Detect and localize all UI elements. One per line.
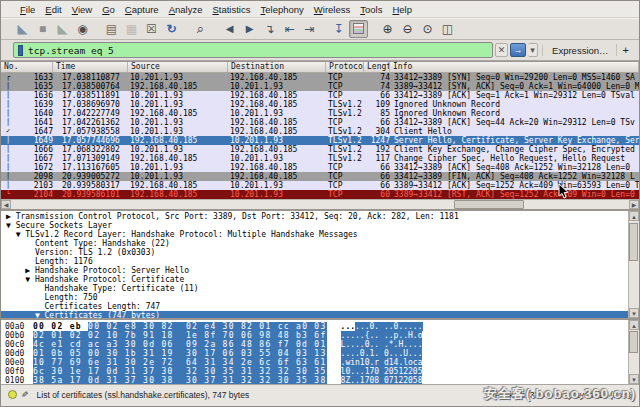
hex-offset: 0100: [1, 376, 27, 384]
menu-item[interactable]: File: [15, 3, 40, 16]
open-file-icon[interactable]: ▤: [102, 20, 121, 38]
menu-item[interactable]: Edit: [40, 3, 66, 16]
tree-line[interactable]: ▶ Transmission Control Protocol, Src Por…: [1, 212, 628, 221]
find-packet-icon[interactable]: ⌕: [191, 20, 210, 38]
close-file-icon[interactable]: ☒: [142, 20, 161, 38]
hscroll-left-arrow-icon[interactable]: ◀: [1, 200, 11, 209]
hex-row[interactable]: 00b0 02 01 02 02 10 7b 91 18 1e 8f 70 06…: [1, 331, 628, 340]
packet-row[interactable]: ✓ 1647 17.057938558 10.201.1.93 192.168.…: [1, 127, 639, 136]
hex-row[interactable]: 00e0 10 77 69 6e 31 30 2e 72 64 31 34 2e…: [1, 358, 628, 367]
go-first-packet-icon[interactable]: ⇤: [280, 20, 299, 38]
packet-list-hscrollbar[interactable]: ◀ ▶: [1, 199, 639, 209]
hex-vscrollbar[interactable]: ▲ ▼: [628, 320, 639, 384]
go-back-icon[interactable]: ◀: [220, 20, 239, 38]
restart-capture-icon[interactable]: ◣: [53, 20, 72, 38]
expression-button[interactable]: Expression…: [542, 45, 616, 56]
tree-line[interactable]: ▼ Certificates (747 bytes): [1, 311, 628, 318]
stop-capture-icon[interactable]: ■: [33, 20, 52, 38]
hex-scroll-track[interactable]: [629, 330, 639, 374]
hex-row[interactable]: 00d0 01 0b 05 00 30 1b 31 19 30 17 06 03…: [1, 349, 628, 358]
menu-item[interactable]: Go: [97, 3, 120, 16]
hex-row[interactable]: 00f0 6c 30 1e 17 0d 31 37 30 32 30 35 31…: [1, 367, 628, 376]
col-source[interactable]: Source: [128, 62, 228, 72]
packet-row[interactable]: └ 2104 20.939586101 192.168.40.185 10.20…: [1, 190, 639, 199]
cell-protocol: TCP: [326, 172, 364, 181]
tree-line[interactable]: Handshake Type: Certificate (11): [1, 284, 628, 293]
packet-row[interactable]: │ 2103 20.939580317 192.168.40.185 10.20…: [1, 181, 639, 190]
start-capture-icon[interactable]: ◣: [13, 20, 32, 38]
zoom-out-icon[interactable]: ⊖: [398, 20, 417, 38]
packet-row[interactable]: │ 1666 17.068322802 10.201.1.93 192.168.…: [1, 145, 639, 154]
hscroll-thumb[interactable]: [454, 200, 524, 209]
tree-line[interactable]: Content Type: Handshake (22): [1, 239, 628, 248]
auto-scroll-icon[interactable]: ↧: [329, 20, 348, 38]
col-info[interactable]: Info: [390, 62, 639, 72]
hex-row[interactable]: 00a0 00 02 eb 00 02 e8 30 82 02 e4 30 82…: [1, 322, 628, 331]
zoom-original-icon[interactable]: ⊙: [418, 20, 437, 38]
stream-bracket: │: [1, 109, 15, 118]
col-time[interactable]: Time: [53, 62, 128, 72]
zoom-in-icon[interactable]: ⊕: [378, 20, 397, 38]
detail-scroll-track[interactable]: [629, 221, 639, 308]
packet-row[interactable]: ┌ 1633 17.038110877 10.201.1.93 192.168.…: [1, 73, 639, 82]
filter-bookmark-icon[interactable]: [18, 45, 23, 56]
tree-line[interactable]: Length: 1176: [1, 257, 628, 266]
menu-item[interactable]: View: [67, 3, 97, 16]
tree-line[interactable]: ▼ Secure Sockets Layer: [1, 221, 628, 230]
display-filter-input[interactable]: tcp.stream eq 5: [13, 42, 493, 58]
hex-scroll-down-icon[interactable]: ▼: [629, 374, 639, 384]
menu-item[interactable]: Statistics: [207, 3, 255, 16]
col-length[interactable]: Length: [364, 62, 390, 72]
col-no[interactable]: No.: [1, 62, 53, 72]
go-last-packet-icon[interactable]: ⇥: [300, 20, 319, 38]
tree-line[interactable]: Length: 750: [1, 293, 628, 302]
filter-add-button[interactable]: +: [616, 44, 635, 56]
annotation-pencil-icon[interactable]: ✎: [21, 390, 29, 400]
filter-clear-icon[interactable]: ✕: [495, 43, 508, 57]
cell-source: 10.201.1.93: [128, 127, 228, 136]
filter-apply-icon[interactable]: →: [510, 43, 526, 57]
tree-line[interactable]: Version: TLS 1.2 (0x0303): [1, 248, 628, 257]
menu-item[interactable]: Analyze: [164, 3, 208, 16]
hex-scroll-up-icon[interactable]: ▲: [629, 320, 639, 330]
detail-scroll-down-icon[interactable]: ▼: [629, 308, 639, 318]
expert-info-icon[interactable]: [8, 390, 17, 399]
menu-item[interactable]: Help: [387, 3, 417, 16]
packet-row[interactable]: │ 1640 17.042227749 192.168.40.185 10.20…: [1, 109, 639, 118]
capture-options-icon[interactable]: ◉: [73, 20, 92, 38]
filter-dropdown-icon[interactable]: ▾: [528, 43, 538, 57]
tree-line[interactable]: Certificates Length: 747: [1, 302, 628, 311]
packet-row[interactable]: │ 2098 20.939005272 10.201.1.93 192.168.…: [1, 172, 639, 181]
packet-row[interactable]: │ 1639 17.038696970 10.201.1.93 192.168.…: [1, 100, 639, 109]
packet-row[interactable]: │ 1641 17.042261362 10.201.1.93 192.168.…: [1, 118, 639, 127]
menu-item[interactable]: Wireless: [309, 3, 355, 16]
reload-icon[interactable]: ↻: [162, 20, 181, 38]
menu-item[interactable]: Tools: [355, 3, 387, 16]
resize-columns-icon[interactable]: ◫: [438, 20, 457, 38]
menu-item[interactable]: Capture: [120, 3, 164, 16]
menu-item[interactable]: Telephony: [256, 3, 309, 16]
tree-line[interactable]: ▶ Handshake Protocol: Server Hello: [1, 266, 628, 275]
packet-row[interactable]: │ 1672 17.113167605 10.201.1.93 192.168.…: [1, 163, 639, 172]
packet-row[interactable]: │ 1649 17.057744696 192.168.40.185 10.20…: [1, 136, 639, 145]
tree-line[interactable]: ▼ TLSv1.2 Record Layer: Handshake Protoc…: [1, 230, 628, 239]
hex-rows[interactable]: 00a0 00 02 eb 00 02 e8 30 82 02 e4 30 82…: [1, 320, 628, 384]
col-protocol[interactable]: Protocol: [326, 62, 364, 72]
go-forward-icon[interactable]: ▶: [240, 20, 259, 38]
cell-protocol: TLSv1.2: [326, 100, 364, 109]
detail-scroll-thumb[interactable]: [629, 223, 638, 261]
go-to-packet-icon[interactable]: ↴: [260, 20, 279, 38]
detail-vscrollbar[interactable]: ▲ ▼: [628, 211, 639, 318]
colorize-packets-icon[interactable]: [349, 20, 368, 38]
detail-scroll-up-icon[interactable]: ▲: [629, 211, 639, 221]
hex-row[interactable]: 0100 38 5a 17 0d 31 37 30 38 30 37 31 32…: [1, 376, 628, 384]
hex-scroll-thumb[interactable]: [629, 331, 638, 353]
hex-ascii: 8Z..1708 07122058: [341, 376, 423, 384]
hscroll-right-arrow-icon[interactable]: ▶: [629, 200, 639, 209]
packet-row[interactable]: │ 1636 17.038511891 10.201.1.93 192.168.…: [1, 91, 639, 100]
packet-row[interactable]: │ 1635 17.038500764 192.168.40.185 10.20…: [1, 82, 639, 91]
col-destination[interactable]: Destination: [228, 62, 326, 72]
packet-row[interactable]: │ 1667 17.071309149 192.168.40.185 10.20…: [1, 154, 639, 163]
hex-row[interactable]: 00c0 4c e1 cd ac a3 30 0d 06 09 2a 86 48…: [1, 340, 628, 349]
tree-line[interactable]: ▼ Handshake Protocol: Certificate: [1, 275, 628, 284]
